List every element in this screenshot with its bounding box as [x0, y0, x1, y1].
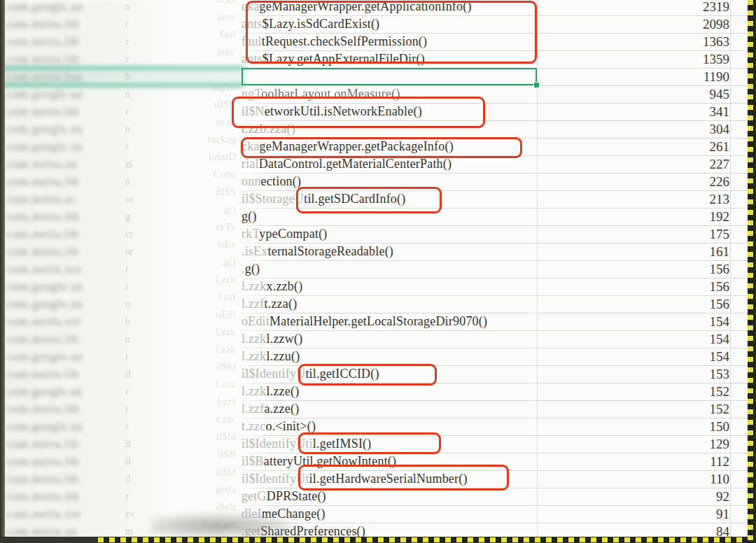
- blurred-package-name: com.google.an: [7, 383, 125, 400]
- blurred-package-name: com.meitu.vie: [7, 505, 125, 523]
- count-cell[interactable]: 153: [710, 365, 730, 383]
- count-cell[interactable]: 192: [710, 208, 730, 225]
- ghost-echo-text: isEx: [217, 236, 236, 253]
- method-ghost-prefix: il$B: [241, 454, 264, 468]
- screen-edge-right: [753, 0, 756, 543]
- ghost-letter: n: [125, 0, 130, 15]
- blurred-package-name: com.meitu.lib: [7, 173, 125, 190]
- method-name-text: g(): [241, 209, 257, 223]
- count-cell[interactable]: 150: [710, 418, 730, 435]
- blurred-package-name: com.meitu.an: [7, 155, 125, 173]
- method-cell[interactable]: g(): [241, 208, 257, 225]
- count-cell[interactable]: 110: [710, 470, 729, 488]
- blurred-package-name: com.google.an: [7, 138, 125, 155]
- count-cell[interactable]: 175: [710, 225, 730, 243]
- count-cell[interactable]: 152: [710, 400, 730, 418]
- blurred-package-name: com.meitu.lib: [7, 50, 125, 68]
- method-ghost-prefix: oEdit: [241, 314, 270, 328]
- annotation-box: [246, 1, 537, 64]
- method-name-text: g(): [245, 262, 260, 276]
- count-cell[interactable]: 226: [710, 173, 730, 190]
- count-cell[interactable]: 1190: [704, 68, 729, 85]
- method-name-text: ection(): [261, 174, 302, 188]
- method-cell[interactable]: l.zzft.zza(): [241, 295, 297, 313]
- method-cell[interactable]: l.zzfa.zze(): [241, 400, 299, 418]
- ghost-letter: n: [125, 85, 130, 103]
- count-cell[interactable]: 112: [710, 453, 729, 470]
- ghost-letter: or: [125, 243, 134, 260]
- method-cell[interactable]: .g(): [241, 260, 260, 278]
- method-cell[interactable]: l.zzkl.zze(): [241, 383, 299, 400]
- count-cell[interactable]: 2098: [703, 15, 729, 33]
- count-cell[interactable]: 156: [710, 295, 730, 313]
- ghost-echo-text: Conn: [213, 166, 236, 183]
- count-cell[interactable]: 261: [710, 138, 730, 155]
- blurred-package-name: com.meitu.lib: [7, 330, 125, 348]
- ghost-echo-text: l.zzf: [218, 393, 236, 411]
- blurred-package-name: com.meitu.lib: [7, 208, 125, 225]
- method-ghost-prefix: il$IdentifyU: [241, 367, 305, 381]
- ghost-letter: n: [125, 120, 130, 138]
- ghost-letter: il: [125, 453, 131, 470]
- count-cell[interactable]: 154: [710, 313, 730, 330]
- method-cell[interactable]: l.zzkl.zzw(): [241, 330, 302, 348]
- count-cell[interactable]: 91: [716, 505, 729, 523]
- method-cell[interactable]: onnection(): [241, 173, 301, 190]
- count-cell[interactable]: 341: [710, 103, 730, 120]
- method-ghost-prefix: l.zzk: [241, 332, 266, 346]
- ghost-letter: r: [125, 103, 129, 120]
- selection-fill-handle[interactable]: [533, 82, 540, 88]
- ghost-letter: cr: [125, 225, 133, 243]
- method-cell[interactable]: l.zzkx.zzb(): [241, 278, 302, 295]
- blurred-package-name: com.meitu.lib: [7, 15, 125, 33]
- capture-border-right: [748, 0, 753, 543]
- annotation-box: [298, 432, 441, 454]
- ghost-letter: il: [125, 365, 131, 383]
- ghost-letter: r: [125, 348, 129, 365]
- count-cell[interactable]: 2319: [703, 0, 729, 15]
- count-cell[interactable]: 154: [710, 348, 730, 365]
- count-cell[interactable]: 92: [716, 488, 729, 505]
- method-cell[interactable]: oEditMaterialHelper.getLocalStorageDir90…: [241, 313, 487, 330]
- window-edge-left: [0, 0, 5, 543]
- ghost-echo-text: t.zzc: [216, 411, 236, 428]
- count-cell[interactable]: 129: [710, 435, 730, 453]
- method-cell[interactable]: rkTypeCompat(): [241, 225, 328, 243]
- count-cell[interactable]: 152: [710, 383, 730, 400]
- count-cell[interactable]: 227: [710, 155, 730, 173]
- count-cell[interactable]: 154: [710, 330, 730, 348]
- ghost-echo-text: urialD: [209, 148, 236, 166]
- count-cell[interactable]: 1363: [703, 33, 729, 50]
- count-cell[interactable]: 156: [710, 260, 730, 278]
- ghost-echo-text: ingTo: [211, 78, 236, 96]
- method-ghost-prefix: rkT: [241, 227, 259, 241]
- blurred-package-name: com.google.an: [7, 418, 125, 435]
- ghost-echo-text: rackag: [208, 131, 236, 148]
- grid-line: [237, 173, 751, 174]
- ghost-letter: r: [125, 50, 129, 68]
- ghost-letter: r: [125, 260, 129, 278]
- count-cell[interactable]: 945: [710, 85, 730, 103]
- ghost-echo-text: oEdi: [216, 306, 236, 323]
- method-name-text: MaterialHelper.getLocalStorageDir9070(): [270, 314, 487, 328]
- ghost-echo-text: rkTy: [216, 218, 236, 236]
- method-cell[interactable]: l.zzkl.zzu(): [241, 348, 300, 365]
- method-ghost-prefix: rial: [241, 157, 259, 171]
- ghost-letter: n: [125, 173, 130, 190]
- grid-line: [237, 330, 751, 331]
- ghost-letter: zi: [125, 155, 132, 173]
- count-cell[interactable]: 213: [710, 190, 730, 208]
- count-cell[interactable]: 161: [710, 243, 730, 260]
- ghost-letter: r: [125, 418, 129, 435]
- count-cell[interactable]: 156: [710, 278, 730, 295]
- method-cell[interactable]: .isExternalStorageReadable(): [241, 243, 393, 260]
- selection-box[interactable]: [241, 68, 537, 85]
- blurred-package-name: com.meitu.lib: [7, 103, 125, 120]
- blurred-package-name: com.meitu.lib: [7, 470, 125, 488]
- count-cell[interactable]: 304: [710, 120, 730, 138]
- method-name-text: ternalStorageReadable(): [268, 244, 394, 258]
- count-cell[interactable]: 1359: [703, 50, 729, 68]
- ghost-echo-text: il$B: [218, 446, 236, 463]
- method-ghost-prefix: il$StorageU: [241, 192, 304, 206]
- ghost-echo-text: il$Id: [216, 463, 236, 481]
